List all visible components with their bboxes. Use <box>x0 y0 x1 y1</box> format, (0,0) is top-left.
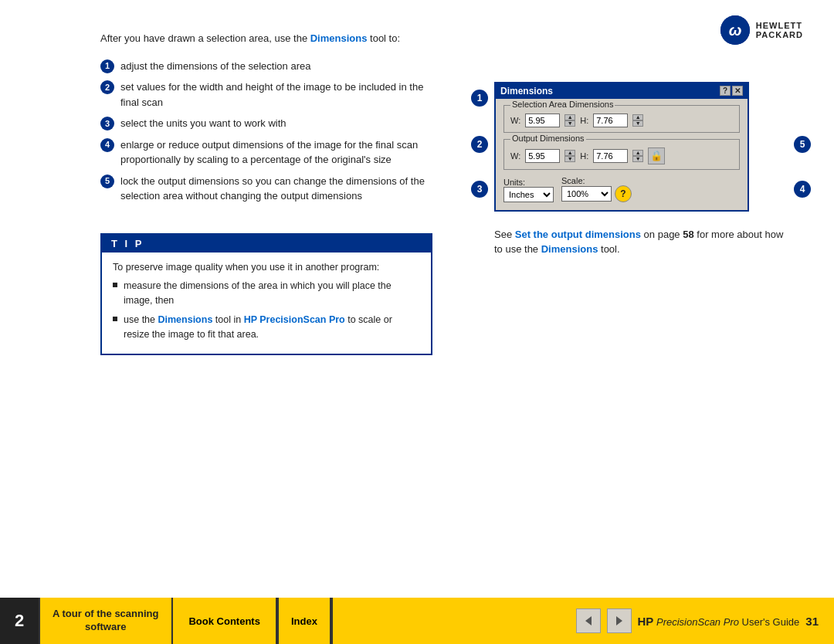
callout-5: 5 <box>794 136 811 153</box>
tour-nav-button[interactable]: A tour of the scanning software <box>40 598 171 644</box>
callout-3: 3 <box>471 181 488 198</box>
spin-up-h1[interactable]: ▲ <box>632 114 643 120</box>
num-circle-4: 4 <box>100 138 114 152</box>
scale-group: Scale: 100% 50% 200% ? <box>561 176 632 202</box>
dialog-titlebar: Dimensions ? ✕ <box>496 83 748 99</box>
brand-hp: HP <box>638 615 654 628</box>
dialog-body: Selection Area Dimensions W: ▲ ▼ H: <box>496 99 748 210</box>
separator-4 <box>331 598 333 644</box>
intro-text: After you have drawn a selection area, u… <box>100 31 788 46</box>
w-input-1[interactable] <box>525 114 560 127</box>
tip-header: T I P <box>102 235 431 253</box>
callout-2: 2 <box>471 136 488 153</box>
spin-down-h2[interactable]: ▼ <box>632 156 643 162</box>
svg-marker-2 <box>585 616 592 625</box>
spin-down-w2[interactable]: ▼ <box>564 156 575 162</box>
num-circle-3: 3 <box>100 117 114 130</box>
two-col-layout: 1 adjust the dimensions of the selection… <box>100 59 788 583</box>
w-label-1: W: <box>510 116 520 125</box>
list-item: 1 adjust the dimensions of the selection… <box>100 59 432 74</box>
output-dimensions-label: Output Dimensions <box>510 134 586 143</box>
dimensions-link-tip[interactable]: Dimensions <box>158 314 212 325</box>
tip-intro: To preserve image quality when you use i… <box>113 260 420 275</box>
intro-section: After you have drawn a selection area, u… <box>100 31 788 46</box>
scale-select[interactable]: 100% 50% 200% <box>561 186 612 202</box>
spin-down-1[interactable]: ▼ <box>564 120 575 127</box>
page-number: 31 <box>805 615 819 628</box>
svg-marker-3 <box>616 616 622 625</box>
callout-4: 4 <box>794 181 811 198</box>
spin-up-1[interactable]: ▲ <box>564 114 575 120</box>
spin-up-h2[interactable]: ▲ <box>632 150 643 156</box>
h-label-2: H: <box>580 151 588 161</box>
book-contents-button[interactable]: Book Contents <box>173 598 276 644</box>
bottom-text: See Set the output dimensions on page 58… <box>494 227 788 257</box>
bullet-dot <box>113 317 117 321</box>
tip-box: T I P To preserve image quality when you… <box>100 233 432 356</box>
h-label-1: H: <box>580 116 588 125</box>
lock-button[interactable]: 🔒 <box>648 147 665 164</box>
w-label-2: W: <box>510 151 520 161</box>
num-circle-5: 5 <box>100 175 114 188</box>
w-spinner-1[interactable]: ▲ ▼ <box>564 114 575 127</box>
scale-label: Scale: <box>561 176 632 185</box>
list-item: 4 enlarge or reduce output dimensions of… <box>100 137 432 168</box>
bullet-dot <box>113 283 117 287</box>
brand-product: PrecisionScan Pro <box>656 616 739 628</box>
prev-arrow-button[interactable] <box>576 608 601 633</box>
units-label: Units: <box>503 178 554 187</box>
dimensions-link-intro[interactable]: Dimensions <box>310 32 368 44</box>
callout-1: 1 <box>471 90 488 107</box>
spin-down-h1[interactable]: ▼ <box>632 120 643 127</box>
tip-content: To preserve image quality when you use i… <box>102 253 431 354</box>
output-row: W: ▲ ▼ H: ▲ ▼ <box>510 147 733 164</box>
set-output-link[interactable]: Set the output dimensions <box>515 229 641 240</box>
h-spinner-1[interactable]: ▲ ▼ <box>632 114 643 127</box>
bottom-brand: HP PrecisionScan Pro User's Guide <box>638 615 800 628</box>
tip-bullet-1: measure the dimensions of the area in wh… <box>113 279 420 308</box>
bottom-bar: 2 A tour of the scanning software Book C… <box>0 598 834 644</box>
dimensions-dialog: Dimensions ? ✕ Selection Area Dimensions <box>494 82 749 212</box>
selection-area-label: Selection Area Dimensions <box>510 100 615 109</box>
list-item: 3 select the units you want to work with <box>100 116 432 131</box>
dialog-close-btn[interactable]: ✕ <box>732 86 743 96</box>
list-item: 5 lock the output dimensions so you can … <box>100 174 432 204</box>
dimensions-link-bottom[interactable]: Dimensions <box>541 243 598 255</box>
index-button[interactable]: Index <box>279 598 331 644</box>
main-content: After you have drawn a selection area, u… <box>0 0 834 598</box>
right-column: 1 2 3 4 5 Dimensions ? ✕ <box>463 59 788 583</box>
precisionscan-link-tip[interactable]: HP PrecisionScan Pro <box>244 314 345 325</box>
h-input-1[interactable] <box>593 114 628 127</box>
units-scale-row: Units: Inches cm pixels Scale: <box>503 176 740 202</box>
output-dimensions-group: Output Dimensions W: ▲ ▼ H: <box>503 139 740 170</box>
dialog-titlebar-buttons: ? ✕ <box>720 86 743 96</box>
tour-nav-label: A tour of the scanning software <box>53 608 158 634</box>
h-input-2[interactable] <box>593 149 628 163</box>
num-circle-1: 1 <box>100 59 114 73</box>
spin-up-w2[interactable]: ▲ <box>564 150 575 156</box>
w-input-2[interactable] <box>525 149 560 163</box>
list-item: 2 set values for the width and height of… <box>100 80 432 110</box>
selection-row: W: ▲ ▼ H: ▲ ▼ <box>510 114 733 127</box>
units-select[interactable]: Inches cm pixels <box>503 187 554 202</box>
w-spinner-2[interactable]: ▲ ▼ <box>564 150 575 162</box>
selection-area-group: Selection Area Dimensions W: ▲ ▼ H: <box>503 105 740 133</box>
brand-suffix: User's Guide <box>742 616 800 628</box>
tip-bullet-2: use the Dimensions tool in HP PrecisionS… <box>113 313 420 342</box>
see-text: See Set the output dimensions on page 58… <box>494 227 788 257</box>
help-button[interactable]: ? <box>615 185 632 202</box>
numbered-list: 1 adjust the dimensions of the selection… <box>100 59 432 210</box>
next-arrow-button[interactable] <box>607 608 632 633</box>
num-circle-2: 2 <box>100 80 114 94</box>
chapter-number: 2 <box>0 598 39 644</box>
bottom-right-section: HP PrecisionScan Pro User's Guide 31 <box>576 608 834 633</box>
h-spinner-2[interactable]: ▲ ▼ <box>632 150 643 162</box>
left-column: 1 adjust the dimensions of the selection… <box>100 59 432 583</box>
units-group: Units: Inches cm pixels <box>503 178 554 202</box>
dialog-title: Dimensions <box>500 86 553 97</box>
dialog-help-btn[interactable]: ? <box>720 86 731 96</box>
